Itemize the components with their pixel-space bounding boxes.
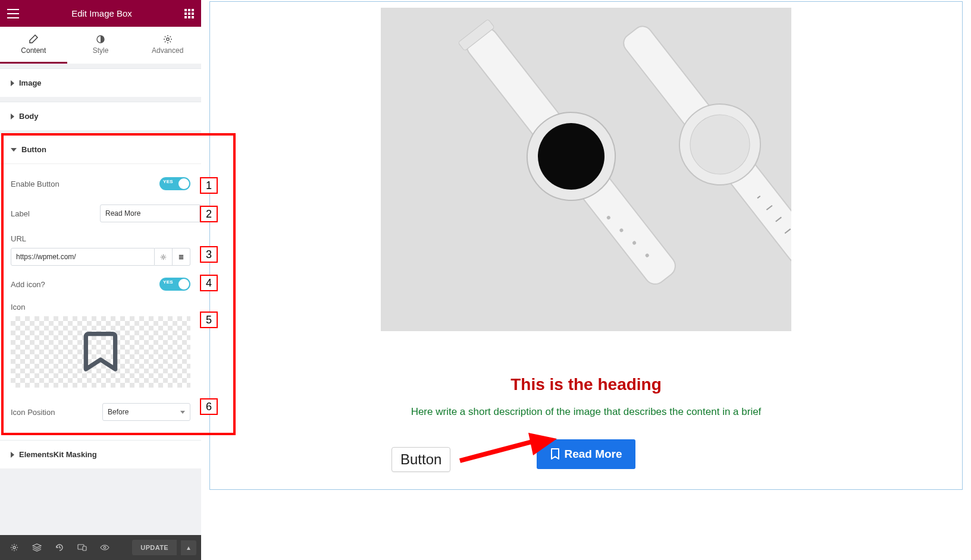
svg-point-11 (162, 256, 165, 258)
heading: This is the heading (510, 375, 662, 394)
toggle-knob (178, 279, 189, 290)
svg-point-15 (104, 546, 106, 549)
section[interactable]: This is the heading Here write a short d… (209, 1, 963, 490)
history-icon[interactable] (50, 538, 69, 557)
chevron-down-icon (180, 411, 185, 414)
accordion-button[interactable]: Button (0, 135, 201, 163)
callout-button: Button (391, 447, 450, 472)
svg-rect-0 (184, 9, 187, 11)
tab-style[interactable]: Style (67, 27, 134, 64)
add-icon-label: Add icon? (11, 280, 45, 289)
settings-icon[interactable] (5, 538, 24, 557)
panel-title: Edit Image Box (71, 8, 132, 18)
url-dynamic-icon[interactable] (173, 248, 190, 266)
canvas: This is the heading Here write a short d… (201, 0, 971, 560)
svg-rect-8 (192, 16, 194, 18)
tabs: Content Style Advanced (0, 27, 201, 64)
svg-rect-4 (188, 12, 190, 15)
icon-position-label: Icon Position (11, 408, 55, 417)
watch-illustration (381, 8, 791, 331)
svg-rect-7 (188, 16, 190, 18)
gear-icon (163, 34, 173, 44)
caret-right-icon (11, 114, 14, 119)
enable-button-toggle[interactable]: YES (159, 177, 190, 190)
accordion-elementskit-masking[interactable]: ElementsKit Masking (0, 440, 201, 468)
url-input[interactable] (11, 248, 155, 266)
row-add-icon: Add icon? YES (11, 270, 190, 298)
label-field-label: Label (11, 209, 30, 218)
accordion-masking-label: ElementsKit Masking (19, 450, 97, 459)
menu-icon[interactable] (7, 9, 19, 18)
toggle-on-text: YES (163, 279, 173, 285)
label-input[interactable] (100, 205, 200, 222)
row-url: URL (11, 229, 190, 270)
description: Here write a short description of the im… (411, 406, 762, 418)
accordion-list: Image Body Button Enable Button YES Labe… (0, 64, 201, 535)
icon-picker[interactable] (11, 316, 190, 388)
toggle-on-text: YES (163, 179, 173, 184)
accordion-body-label: Body (19, 112, 39, 121)
icon-position-select[interactable]: Before (102, 403, 190, 421)
svg-rect-2 (192, 9, 194, 11)
accordion-image[interactable]: Image (0, 68, 201, 97)
tab-advanced-label: Advanced (152, 46, 183, 55)
accordion-button-label: Button (21, 145, 46, 154)
svg-point-12 (13, 546, 15, 549)
panel-footer: UPDATE ▲ (0, 535, 201, 560)
svg-rect-1 (188, 9, 190, 11)
tab-style-label: Style (93, 46, 109, 55)
url-field-label: URL (11, 234, 190, 243)
contrast-icon (96, 34, 105, 44)
read-more-label: Read More (564, 448, 622, 461)
accordion-body[interactable]: Body (0, 102, 201, 130)
image-box-widget[interactable]: This is the heading Here write a short d… (381, 5, 791, 469)
row-enable-button: Enable Button YES (11, 170, 190, 197)
caret-right-icon (11, 452, 14, 458)
tab-content[interactable]: Content (0, 27, 67, 64)
enable-button-label: Enable Button (11, 180, 59, 188)
button-settings: Enable Button YES Label URL (0, 163, 201, 440)
tab-advanced[interactable]: Advanced (134, 27, 201, 64)
icon-position-value: Before (108, 408, 129, 416)
editor-panel: Edit Image Box Content Style Advanced Im… (0, 0, 201, 560)
svg-rect-6 (184, 16, 187, 18)
svg-rect-3 (184, 12, 187, 15)
row-icon: Icon (11, 298, 190, 392)
responsive-icon[interactable] (73, 538, 92, 557)
svg-rect-14 (83, 546, 86, 550)
panel-header: Edit Image Box (0, 0, 201, 27)
url-settings-icon[interactable] (155, 248, 173, 266)
hero-image (381, 8, 791, 331)
caret-right-icon (11, 80, 14, 86)
bookmark-icon (83, 330, 118, 374)
svg-rect-5 (192, 12, 194, 15)
row-icon-position: Icon Position Before (11, 392, 190, 428)
caret-down-icon (11, 148, 17, 152)
bookmark-icon (550, 448, 560, 461)
widgets-icon[interactable] (184, 9, 194, 18)
tab-content-label: Content (21, 46, 46, 55)
update-options-button[interactable]: ▲ (181, 540, 196, 555)
icon-field-label: Icon (11, 303, 190, 312)
accordion-image-label: Image (19, 78, 42, 87)
preview-icon[interactable] (95, 538, 114, 557)
read-more-button[interactable]: Read More (537, 439, 635, 469)
pencil-icon (29, 34, 38, 44)
add-icon-toggle[interactable]: YES (159, 278, 190, 291)
toggle-knob (178, 178, 189, 189)
row-label: Label (11, 197, 190, 229)
update-button[interactable]: UPDATE (132, 540, 177, 555)
svg-point-10 (166, 37, 168, 40)
navigator-icon[interactable] (27, 538, 46, 557)
